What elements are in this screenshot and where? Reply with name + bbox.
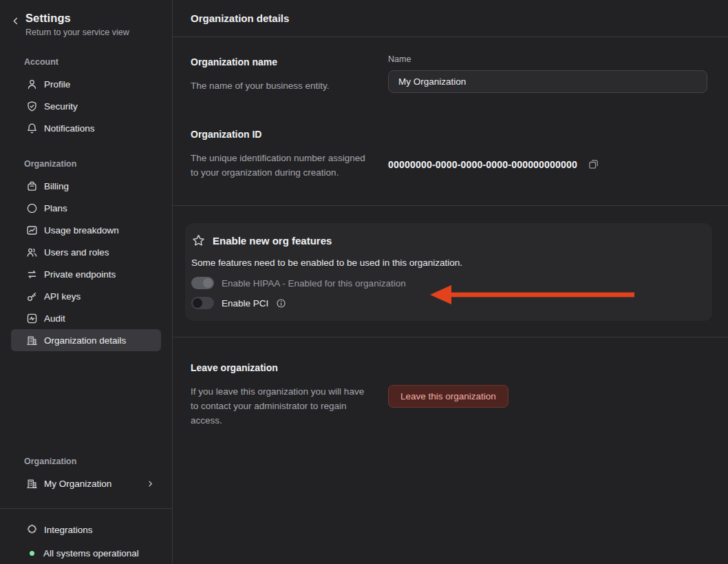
- main-panel: Organization details Organization name T…: [173, 0, 728, 564]
- page-title: Organization details: [191, 12, 289, 24]
- circle-icon: [26, 202, 38, 214]
- sidebar-item-label: API keys: [44, 291, 81, 302]
- copy-icon[interactable]: [588, 158, 599, 170]
- org-switcher-item[interactable]: My Organization: [11, 472, 161, 494]
- name-field-label: Name: [388, 54, 707, 64]
- pci-toggle-row: Enable PCI: [191, 296, 703, 310]
- org-name-heading: Organization name: [191, 56, 388, 67]
- leave-org-section: Leave organization If you leave this org…: [173, 337, 728, 428]
- sidebar-item-users-and-roles[interactable]: Users and roles: [11, 241, 161, 263]
- org-info-section: Organization name The name of your busin…: [173, 37, 728, 180]
- sidebar-item-label: Organization details: [44, 335, 126, 346]
- integrations-label: Integrations: [44, 525, 93, 535]
- arrows-icon: [26, 269, 38, 280]
- sidebar-item-label: Users and roles: [44, 247, 109, 258]
- features-description: Some features need to be enabled to be u…: [191, 258, 703, 268]
- sidebar-title: Settings: [25, 12, 129, 25]
- sidebar-item-label: Plans: [44, 203, 67, 213]
- sidebar-item-security[interactable]: Security: [11, 95, 161, 117]
- sidebar-item-label: Private endpoints: [44, 269, 116, 280]
- features-heading: Enable new org features: [213, 235, 332, 247]
- org-id-description: The unique identification number assigne…: [191, 151, 368, 180]
- sidebar-item-organization-details[interactable]: Organization details: [11, 329, 161, 351]
- org-switcher: Organization My Organization: [0, 457, 172, 497]
- org-features-card: Enable new org features Some features ne…: [185, 223, 712, 321]
- org-name-description: The name of your business entity.: [191, 79, 368, 93]
- sidebar-item-label: Profile: [44, 79, 70, 90]
- org-id-row: Organization ID The unique identificatio…: [191, 129, 707, 180]
- sidebar-item-profile[interactable]: Profile: [11, 73, 161, 95]
- building-icon: [26, 478, 38, 490]
- status-label: All systems operational: [43, 548, 139, 558]
- leave-org-heading: Leave organization: [191, 362, 388, 373]
- org-id-value: 00000000-0000-0000-0000-000000000000: [388, 159, 577, 170]
- sidebar-item-private-endpoints[interactable]: Private endpoints: [11, 263, 161, 285]
- chevron-right-icon: [147, 480, 154, 488]
- main-header: Organization details: [173, 0, 728, 37]
- sidebar-footer: Integrations All systems operational: [0, 509, 172, 564]
- sidebar-spacer: [0, 351, 172, 457]
- shield-icon: [26, 101, 38, 112]
- section-label-organization: Organization: [24, 159, 172, 169]
- hipaa-toggle-label: Enable HIPAA - Enabled for this organiza…: [222, 278, 406, 289]
- back-chevron-icon[interactable]: [11, 17, 20, 25]
- sidebar-item-plans[interactable]: Plans: [11, 197, 161, 219]
- org-switcher-label: Organization: [24, 457, 172, 466]
- status-dot-icon: [30, 551, 34, 556]
- star-icon: [192, 234, 205, 247]
- sidebar-item-label: Security: [44, 101, 78, 112]
- key-icon: [26, 291, 38, 302]
- org-switcher-value: My Organization: [44, 479, 111, 489]
- user-icon: [26, 79, 38, 90]
- section-label-account: Account: [24, 57, 172, 67]
- section-divider: [173, 205, 728, 206]
- building-icon: [26, 335, 38, 346]
- sidebar-item-label: Usage breakdown: [44, 225, 119, 236]
- sidebar-item-api-keys[interactable]: API keys: [11, 285, 161, 307]
- bell-icon: [26, 123, 38, 134]
- leave-org-description: If you leave this organization you will …: [191, 384, 368, 428]
- sidebar-subtitle: Return to your service view: [25, 28, 129, 37]
- pci-toggle[interactable]: [191, 297, 214, 309]
- audit-icon: [26, 313, 38, 324]
- hipaa-toggle[interactable]: [191, 277, 214, 289]
- pci-toggle-label: Enable PCI: [222, 298, 268, 309]
- sidebar-item-label: Billing: [44, 181, 69, 191]
- settings-sidebar: Settings Return to your service view Acc…: [0, 0, 173, 564]
- system-status[interactable]: All systems operational: [11, 542, 161, 564]
- billing-icon: [26, 180, 38, 192]
- sidebar-item-audit[interactable]: Audit: [11, 307, 161, 329]
- sidebar-item-usage-breakdown[interactable]: Usage breakdown: [11, 219, 161, 241]
- info-icon[interactable]: [276, 298, 286, 309]
- org-id-heading: Organization ID: [191, 129, 388, 140]
- sidebar-header: Settings Return to your service view: [0, 0, 172, 37]
- hipaa-toggle-row: Enable HIPAA - Enabled for this organiza…: [191, 276, 703, 290]
- org-name-row: Organization name The name of your busin…: [191, 56, 707, 93]
- sidebar-item-notifications[interactable]: Notifications: [11, 117, 161, 139]
- sidebar-item-label: Audit: [44, 313, 65, 324]
- sidebar-item-label: Notifications: [44, 123, 95, 134]
- chart-icon: [26, 224, 38, 236]
- puzzle-icon: [26, 524, 38, 536]
- integrations-link[interactable]: Integrations: [11, 519, 161, 541]
- org-name-input[interactable]: [388, 70, 707, 93]
- sidebar-item-billing[interactable]: Billing: [11, 175, 161, 197]
- leave-organization-button[interactable]: Leave this organization: [388, 385, 508, 408]
- users-icon: [26, 247, 38, 258]
